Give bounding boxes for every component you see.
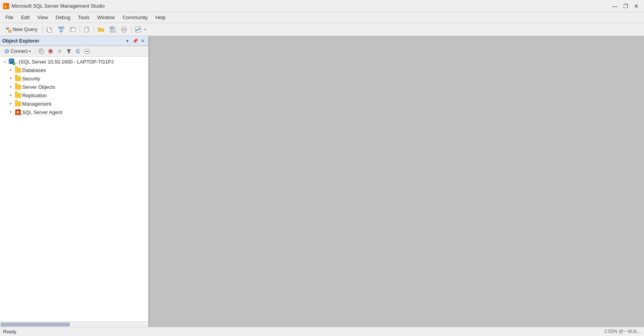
oe-stop-button[interactable]: [55, 47, 64, 55]
databases-folder-icon: [15, 67, 21, 73]
oe-disconnect-button[interactable]: [46, 47, 55, 55]
svg-marker-38: [78, 49, 80, 51]
svg-rect-22: [111, 27, 114, 29]
oe-collapse-all-button[interactable]: [83, 47, 91, 55]
security-expand-btn[interactable]: +: [8, 75, 14, 82]
status-bar: Ready CSDN @一杯冰...: [0, 327, 644, 336]
title-bar-left: S Microsoft SQL Server Management Studio: [3, 3, 105, 9]
management-expand-btn[interactable]: +: [8, 101, 14, 107]
object-explorer-title: Object Explorer: [2, 38, 39, 44]
status-right-text: CSDN @一杯冰...: [604, 328, 641, 335]
toolbar-open-file[interactable]: [44, 24, 55, 34]
agent-icon-container: [15, 109, 21, 116]
tree-item-server-objects[interactable]: + Server Objects: [0, 83, 148, 91]
oe-connect-button[interactable]: Connect ▾: [2, 47, 34, 55]
app-icon: S: [3, 3, 9, 9]
svg-rect-20: [85, 28, 88, 32]
svg-rect-16: [70, 27, 75, 32]
tree-item-security[interactable]: + Security: [0, 74, 148, 83]
menu-help[interactable]: Help: [152, 12, 170, 23]
menu-tools[interactable]: Tools: [74, 12, 93, 23]
svg-rect-25: [122, 27, 126, 29]
toolbar-print[interactable]: [119, 24, 129, 34]
toolbar: New Query ▾: [0, 23, 644, 36]
tree-item-management[interactable]: + Management: [0, 99, 148, 108]
server-objects-folder-icon: [15, 83, 21, 90]
svg-rect-44: [19, 114, 21, 115]
toolbar-open-folder[interactable]: [96, 24, 106, 34]
oe-scrollbar-thumb[interactable]: [1, 323, 70, 326]
restore-button[interactable]: ❐: [621, 2, 630, 10]
oe-close-button[interactable]: ✕: [139, 38, 146, 44]
oe-toolbar: Connect ▾: [0, 46, 148, 57]
svg-rect-13: [60, 30, 62, 32]
close-button[interactable]: ✕: [632, 2, 641, 10]
svg-point-29: [6, 51, 8, 52]
replication-expand-btn[interactable]: +: [8, 92, 14, 98]
title-bar-controls: — ❐ ✕: [610, 2, 641, 10]
agent-expand-btn[interactable]: +: [8, 109, 14, 115]
toolbar-new-database-diagram[interactable]: [56, 24, 67, 34]
new-query-icon: [5, 26, 11, 33]
menu-bar: File Edit View Debug Tools Window Commun…: [0, 12, 644, 23]
agent-label: SQL Server Agent: [22, 109, 62, 115]
minimize-button[interactable]: —: [610, 2, 620, 10]
svg-rect-23: [111, 29, 114, 32]
toolbar-dropdown-arrow[interactable]: ▾: [144, 28, 146, 31]
connect-icon: [4, 49, 10, 54]
tree-server-node[interactable]: − . (SQL Server 10.50.1600 - LAPTOP-TG1P…: [0, 57, 148, 66]
oe-refresh-button[interactable]: [74, 47, 82, 55]
svg-rect-26: [122, 30, 126, 32]
menu-debug[interactable]: Debug: [52, 12, 74, 23]
server-node-label: . (SQL Server 10.50.1600 - LAPTOP-TG1PJ: [16, 59, 114, 65]
status-ready-text: Ready: [3, 329, 16, 334]
menu-view[interactable]: View: [33, 12, 52, 23]
svg-rect-36: [58, 50, 61, 53]
menu-window[interactable]: Window: [93, 12, 119, 23]
toolbar-sep-2: [80, 26, 80, 33]
menu-file[interactable]: File: [2, 12, 17, 23]
svg-marker-37: [67, 49, 71, 53]
server-node-icon: [8, 58, 15, 65]
tree-item-replication[interactable]: + Replication: [0, 91, 148, 99]
toolbar-summary[interactable]: [67, 24, 78, 34]
svg-rect-12: [62, 27, 64, 29]
svg-rect-35: [49, 50, 52, 52]
databases-label: Databases: [22, 67, 46, 73]
window-title: Microsoft SQL Server Management Studio: [11, 3, 105, 9]
oe-pin-button[interactable]: 📌: [132, 38, 139, 44]
content-area: [149, 36, 644, 327]
toolbar-save[interactable]: [107, 24, 118, 34]
svg-rect-31: [40, 50, 44, 54]
tree-item-sql-server-agent[interactable]: + SQL Server Agent: [0, 108, 148, 116]
oe-dropdown-button[interactable]: ▾: [124, 38, 131, 44]
svg-rect-43: [15, 114, 17, 115]
oe-horizontal-scrollbar[interactable]: [0, 321, 148, 327]
management-folder-icon: [15, 100, 21, 107]
management-label: Management: [22, 101, 51, 107]
oe-connect-arrow: ▾: [29, 49, 31, 53]
toolbar-activity-monitor[interactable]: [133, 24, 143, 34]
main-container: Object Explorer ▾ 📌 ✕ Connect ▾: [0, 36, 644, 327]
menu-edit[interactable]: Edit: [17, 12, 33, 23]
svg-text:S: S: [4, 5, 7, 8]
server-collapse-btn[interactable]: −: [2, 59, 8, 65]
menu-community[interactable]: Community: [119, 12, 152, 23]
oe-filter-button[interactable]: [65, 47, 73, 55]
new-query-button[interactable]: New Query: [2, 24, 41, 34]
databases-expand-btn[interactable]: +: [8, 67, 14, 73]
object-explorer-header-controls: ▾ 📌 ✕: [124, 38, 146, 44]
tree-container[interactable]: − . (SQL Server 10.50.1600 - LAPTOP-TG1P…: [0, 57, 148, 321]
tree-item-databases[interactable]: + Databases: [0, 66, 148, 74]
replication-label: Replication: [22, 93, 47, 98]
new-query-label: New Query: [13, 26, 37, 32]
oe-new-object-explorer-button[interactable]: [37, 47, 46, 55]
toolbar-copy[interactable]: [82, 24, 92, 34]
server-objects-expand-btn[interactable]: +: [8, 84, 14, 90]
toolbar-sep-4: [131, 26, 131, 33]
oe-toolbar-sep-1: [35, 47, 36, 55]
title-bar: S Microsoft SQL Server Management Studio…: [0, 0, 644, 12]
oe-connect-label: Connect: [11, 49, 28, 54]
replication-folder-icon: [15, 92, 21, 99]
toolbar-sep-1: [42, 26, 43, 33]
